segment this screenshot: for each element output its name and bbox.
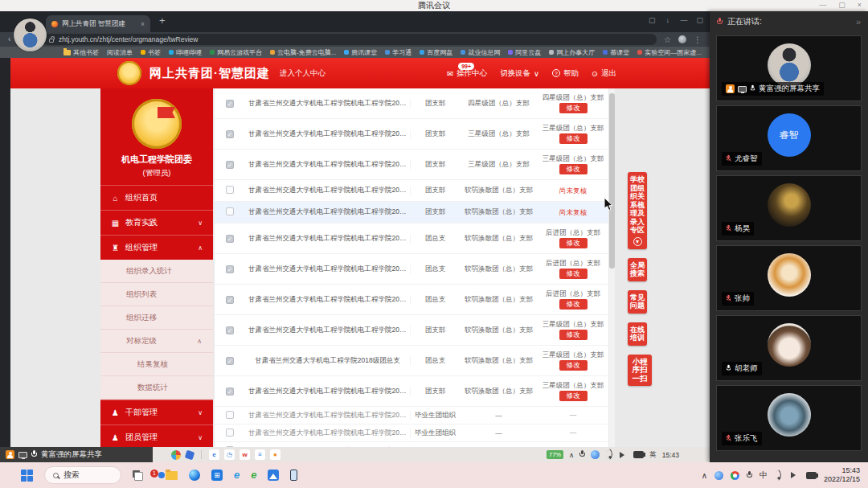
taskbar-search[interactable]: 搜索	[44, 466, 121, 484]
clock-app-icon[interactable]: ◷	[224, 449, 235, 460]
browser-tab[interactable]: 网上共青团 智慧团建 ×	[46, 15, 150, 32]
modify-button[interactable]: 修改	[559, 360, 588, 371]
switch-device-dropdown[interactable]: 切换设备 ∨	[500, 68, 539, 79]
tray-mic-icon[interactable]	[579, 450, 585, 459]
org-branch-name[interactable]: 甘肃省兰州交通大学机电工程学院机电工程学院2019级机械设计制造...	[245, 207, 410, 217]
bookmark-item[interactable]: 实验空间—国家虚...	[637, 48, 702, 57]
participant-tile[interactable]: 睿智 尤睿智	[716, 105, 862, 171]
browser-maximize-icon[interactable]: ▢	[696, 16, 703, 24]
org-branch-name[interactable]: 甘肃省兰州交通大学机电工程学院机电工程学院2019级车辆工程2019...	[245, 326, 410, 335]
sidebar-item-org-home[interactable]: ⌂ 组织首页	[100, 185, 213, 210]
ime-indicator[interactable]: 英	[649, 450, 657, 460]
row-checkbox[interactable]	[226, 130, 234, 138]
camera-icon[interactable]	[806, 472, 817, 479]
bookmark-item[interactable]: 慕课堂	[603, 48, 629, 57]
tray-expand-icon[interactable]: ∧	[569, 451, 574, 459]
back-icon[interactable]: ‹	[8, 33, 10, 46]
sidebar-item-cadre-management[interactable]: ♟ 干部管理 ∨	[100, 400, 213, 424]
volume-icon[interactable]	[791, 472, 799, 478]
other-bookmarks[interactable]: 其他书签	[63, 48, 99, 57]
side-panel-icon[interactable]: ▢	[649, 16, 656, 24]
tray-wifi-icon[interactable]	[605, 451, 614, 458]
new-tab-button[interactable]: +	[159, 14, 166, 27]
bookmark-star-icon[interactable]: ☆	[664, 35, 671, 44]
bookmark-item[interactable]: 网上办事大厅	[549, 48, 595, 57]
bookmark-item[interactable]: 百度网盘	[420, 48, 452, 57]
bookmark-item[interactable]: 学习通	[385, 48, 411, 57]
table-scrollbar-track[interactable]	[609, 88, 615, 462]
submenu-item[interactable]: 组织迁移	[100, 306, 213, 330]
modify-button[interactable]: 修改	[559, 238, 588, 248]
ie-browser-icon[interactable]: e	[234, 470, 240, 481]
download-icon[interactable]: ↓	[666, 16, 670, 24]
qq-icon[interactable]: ●	[270, 449, 280, 460]
browser-minimize-icon[interactable]: —	[680, 16, 687, 24]
row-checkbox[interactable]	[226, 186, 234, 194]
list-app-icon[interactable]: ≡	[255, 449, 265, 460]
miniprogram-scan-button[interactable]: 小程序扫一扫	[628, 355, 652, 387]
reading-list[interactable]: 阅读清单	[107, 48, 133, 57]
org-branch-name[interactable]: 甘肃省兰州交通大学机电工程学院2018级团总支	[245, 356, 410, 366]
close-icon[interactable]: ×	[858, 0, 862, 10]
online-training-button[interactable]: 在线培训	[628, 322, 647, 346]
file-explorer-icon[interactable]	[166, 471, 178, 480]
bookmark-item[interactable]: 书签	[141, 48, 161, 57]
browser-360-icon[interactable]: e	[251, 470, 256, 481]
bookmark-item[interactable]: 腾讯课堂	[344, 48, 377, 57]
global-search-button[interactable]: 全局搜索	[628, 258, 647, 281]
org-branch-name[interactable]: 甘肃省兰州交通大学机电工程学院机电工程学院2016级团总支	[245, 265, 410, 274]
row-checkbox[interactable]	[226, 411, 234, 419]
org-branch-name[interactable]: 甘肃省兰州交通大学机电工程学院机电工程学院2017级车辆工程专业...	[245, 429, 410, 438]
bookmark-item[interactable]: 云电脑-免费云电脑...	[270, 48, 336, 57]
modify-button[interactable]: 修改	[559, 299, 588, 310]
row-checkbox[interactable]	[226, 326, 234, 334]
sidebar-item-member-management[interactable]: ♟ 团员管理 ∨	[100, 424, 213, 449]
row-checkbox[interactable]	[226, 207, 234, 215]
maximize-icon[interactable]: ▢	[838, 0, 845, 10]
media-player-icon[interactable]	[171, 450, 181, 460]
modify-button[interactable]: 修改	[559, 269, 588, 279]
start-button[interactable]	[21, 470, 33, 482]
sidebar-item-org-management[interactable]: ♜ 组织管理 ∧	[100, 235, 213, 260]
edge-browser-icon[interactable]	[189, 470, 200, 481]
sidebar-item-edu-practice[interactable]: ▦ 教育实践 ∨	[100, 210, 213, 235]
address-bar[interactable]: zhtj.youth.cn/zhtj/center/orgmanage/twRe…	[42, 34, 657, 45]
modify-button[interactable]: 修改	[559, 330, 588, 340]
org-branch-name[interactable]: 甘肃省兰州交通大学机电工程学院机电工程学院2016级车辆工程专业...	[245, 411, 410, 420]
message-center-link[interactable]: ✉ 操作中心 99+	[447, 68, 487, 79]
microsoft-store-icon[interactable]: ⊞	[211, 470, 223, 481]
submenu-item[interactable]: 数据统计	[100, 376, 213, 400]
panel-more-icon[interactable]: »	[856, 17, 861, 27]
logout-link[interactable]: ⊙ 退出	[592, 68, 616, 79]
phone-link-icon[interactable]	[290, 470, 297, 481]
tray-app-icon[interactable]	[591, 450, 600, 459]
row-checkbox[interactable]	[226, 100, 234, 108]
submenu-item[interactable]: 组织列表	[100, 283, 213, 306]
bookmark-item[interactable]: 就业信息网	[461, 48, 500, 57]
table-scrollbar-thumb[interactable]	[609, 93, 615, 269]
modify-button[interactable]: 修改	[559, 133, 588, 144]
ie-icon[interactable]: e	[209, 449, 219, 460]
tray-volume-icon[interactable]	[620, 452, 628, 458]
participant-tile[interactable]: 杨昊	[716, 175, 862, 241]
faq-button[interactable]: 常见问题	[628, 290, 647, 314]
row-checkbox[interactable]	[226, 296, 234, 304]
enter-personal-center-link[interactable]: 进入个人中心	[280, 68, 326, 79]
org-branch-name[interactable]: 甘肃省兰州交通大学机电工程学院机电工程学院2020级车辆工程专业...	[245, 99, 410, 109]
task-view-button[interactable]	[133, 470, 143, 481]
bookmark-item[interactable]: 哔哩哔哩	[169, 48, 202, 57]
org-branch-name[interactable]: 甘肃省兰州交通大学机电工程学院机电工程学院2017级团总支	[245, 295, 410, 305]
minimize-icon[interactable]: —	[819, 0, 826, 10]
bookmark-item[interactable]: 网易云游戏平台	[210, 48, 262, 57]
help-link[interactable]: ? 帮助	[552, 68, 579, 79]
remote-app-icon[interactable]	[185, 449, 195, 460]
modify-button[interactable]: 修改	[559, 103, 588, 113]
webcam-overlay-avatar[interactable]	[14, 18, 47, 51]
row-checkbox[interactable]	[226, 161, 234, 169]
row-checkbox[interactable]	[226, 388, 234, 396]
clock[interactable]: 15:43 2022/12/15	[824, 466, 860, 484]
wifi-icon[interactable]	[775, 472, 784, 479]
participant-tile[interactable]: 黄富强的屏幕共享	[716, 35, 862, 101]
tray-app-icon[interactable]	[714, 471, 723, 480]
modify-button[interactable]: 修改	[559, 391, 588, 401]
